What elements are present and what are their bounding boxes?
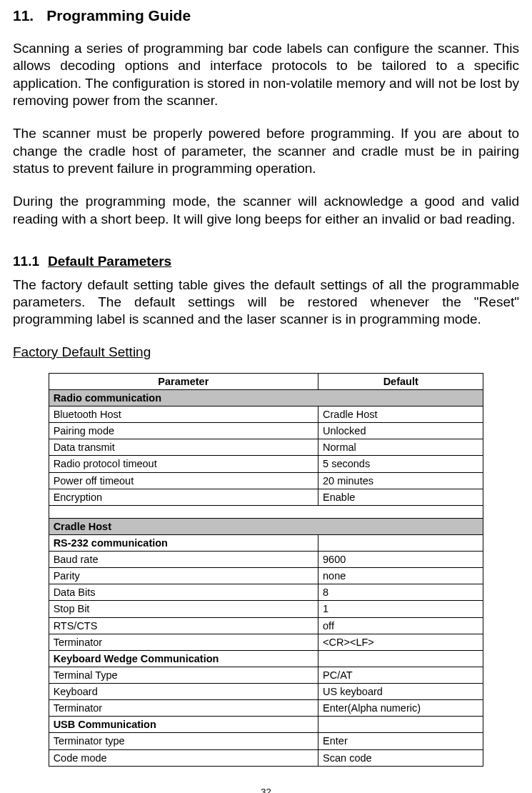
table-row-default: PC/AT xyxy=(318,667,483,683)
table-row-param: Terminator type xyxy=(49,733,318,749)
table-row-param: Baud rate xyxy=(49,552,318,568)
chapter-number: 11. xyxy=(13,7,34,24)
table-row-default: Enable xyxy=(318,489,483,505)
section-title: Default Parameters xyxy=(48,254,171,269)
table-row-param: Stop Bit xyxy=(49,601,318,617)
table-row-default: Unlocked xyxy=(318,423,483,439)
factory-default-heading: Factory Default Setting xyxy=(13,344,519,360)
table-row-param: Power off timeout xyxy=(49,472,318,489)
table-row-default: Normal xyxy=(318,439,483,456)
table-row-param: Code mode xyxy=(49,749,318,766)
group-cradle-host: Cradle Host xyxy=(49,518,483,534)
table-row-default xyxy=(318,534,483,551)
group-radio-communication: Radio communication xyxy=(49,389,483,406)
subgroup-keyboard-wedge: Keyboard Wedge Communication xyxy=(49,650,318,667)
section-heading: 11.1Default Parameters xyxy=(13,254,519,269)
table-row-default: 8 xyxy=(318,584,483,601)
table-row-default: 9600 xyxy=(318,552,483,568)
table-row-default: none xyxy=(318,568,483,584)
chapter-heading: 11.Programming Guide xyxy=(13,7,519,24)
table-row-param: RTS/CTS xyxy=(49,617,318,634)
table-row-param: Parity xyxy=(49,568,318,584)
table-row-param: Bluetooth Host xyxy=(49,407,318,423)
table-row-param: Radio protocol timeout xyxy=(49,456,318,472)
intro-paragraph-2: The scanner must be properly powered bef… xyxy=(13,125,519,177)
table-row-default xyxy=(318,717,483,733)
header-parameter: Parameter xyxy=(49,373,318,389)
intro-paragraph-1: Scanning a series of programming bar cod… xyxy=(13,40,519,109)
subgroup-rs232: RS-232 communication xyxy=(49,534,318,551)
table-row-default xyxy=(318,650,483,667)
spacer-row xyxy=(49,505,483,518)
table-row-default: Enter xyxy=(318,733,483,749)
table-row-default: off xyxy=(318,617,483,634)
table-row-param: Encryption xyxy=(49,489,318,505)
table-row-param: Data transmit xyxy=(49,439,318,456)
page-number: 32 xyxy=(13,787,519,793)
table-row-default: US keyboard xyxy=(318,684,483,700)
table-row-param: Pairing mode xyxy=(49,423,318,439)
chapter-title: Programming Guide xyxy=(46,7,191,24)
table-row-param: Terminator xyxy=(49,634,318,650)
section-number: 11.1 xyxy=(13,254,39,269)
table-row-default: 5 seconds xyxy=(318,456,483,472)
table-row-default: 20 minutes xyxy=(318,472,483,489)
table-row-default: 1 xyxy=(318,601,483,617)
table-row-default: Enter(Alpha numeric) xyxy=(318,700,483,717)
default-parameters-table: Parameter Default Radio communication Bl… xyxy=(49,373,484,767)
table-row-param: Terminator xyxy=(49,700,318,717)
header-default: Default xyxy=(318,373,483,389)
table-row-param: Keyboard xyxy=(49,684,318,700)
table-row-param: Data Bits xyxy=(49,584,318,601)
subgroup-usb: USB Communication xyxy=(49,717,318,733)
table-row-default: Scan code xyxy=(318,749,483,766)
table-row-default: Cradle Host xyxy=(318,407,483,423)
section-intro: The factory default setting table gives … xyxy=(13,276,519,329)
table-row-default: <CR><LF> xyxy=(318,634,483,650)
table-row-param: Terminal Type xyxy=(49,667,318,683)
intro-paragraph-3: During the programming mode, the scanner… xyxy=(13,193,519,228)
